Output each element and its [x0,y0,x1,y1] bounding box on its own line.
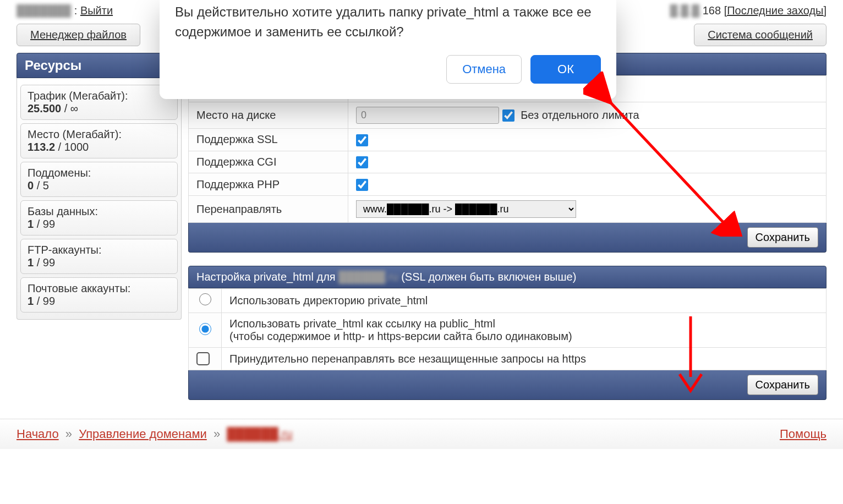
stat-ftp: FTP-аккаунты: 1 / 99 [20,239,178,274]
stat-databases: Базы данных: 1 / 99 [20,200,178,235]
ip-area: █.█.█.168 [Последние заходы] [670,4,826,17]
disk-nolimit-label: Без отдельного лимита [521,109,639,121]
file-manager-button[interactable]: Менеджер файлов [17,24,140,46]
help-link[interactable]: Помощь [780,427,826,441]
force-https-label: Принудительно перенаправлять все незащищ… [222,348,826,370]
breadcrumb: Начало » Управление доменами » ██████.ru [17,427,293,441]
private-html-radio-dir[interactable] [199,293,211,305]
dialog-ok-button[interactable]: ОК [530,55,601,84]
save-private-html-button[interactable]: Сохранить [747,375,818,395]
last-logins-link[interactable]: Последние заходы [727,4,823,17]
save-settings-button[interactable]: Сохранить [747,227,818,248]
disk-input[interactable] [356,107,499,124]
php-label: Поддержка PHP [189,173,348,196]
redirect-select[interactable]: www.██████.ru -> ██████.ru [356,200,576,218]
cgi-label: Поддержка CGI [189,151,348,173]
stat-subdomains: Поддомены: 0 / 5 [20,162,178,197]
redirect-label: Перенаправлять [189,196,348,223]
dialog-cancel-button[interactable]: Отмена [446,55,522,84]
username-blurred: ███████ [17,4,71,17]
confirm-dialog: Вы действительно хотите удалить папку pr… [160,0,616,99]
breadcrumb-current[interactable]: ██████.ru [227,427,292,441]
stat-disk: Место (Мегабайт): 113.2 / 1000 [20,123,178,158]
private-html-header: Настройка private_html для ██████.ru (SS… [188,266,826,288]
breadcrumb-home[interactable]: Начало [17,427,59,441]
php-checkbox[interactable] [356,179,368,191]
force-https-checkbox[interactable] [196,352,210,365]
stat-mail: Почтовые аккаунты: 1 / 99 [20,277,178,313]
private-html-opt2: Использовать private_html как ссылку на … [222,313,826,348]
private-html-radio-symlink[interactable] [199,323,211,335]
stat-traffic: Трафик (Мегабайт): 25.500 / ∞ [20,85,178,120]
ssl-label: Поддержка SSL [189,129,348,151]
cgi-checkbox[interactable] [356,156,368,168]
disk-nolimit-checkbox[interactable] [502,109,514,122]
confirm-dialog-text: Вы действительно хотите удалить папку pr… [175,0,601,42]
ssl-checkbox[interactable] [356,134,368,146]
private-html-opt1: Использовать директорию private_html [222,289,826,313]
resources-header: Ресурсы [17,53,182,78]
logout-link[interactable]: Выйти [80,4,113,17]
breadcrumb-domains[interactable]: Управление доменами [79,427,207,441]
disk-label: Место на диске [189,102,348,129]
messages-button[interactable]: Система сообщений [694,24,826,46]
user-area: ███████ : Выйти [17,4,113,17]
